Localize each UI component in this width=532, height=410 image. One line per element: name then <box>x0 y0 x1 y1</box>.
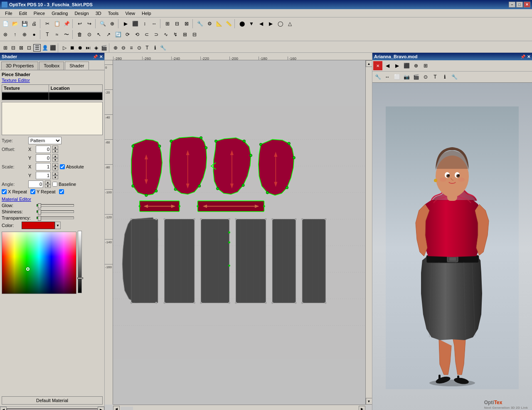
icon-tab-9[interactable]: ⏹ <box>69 44 76 52</box>
offset-x-input[interactable] <box>36 146 51 153</box>
menu-3d[interactable]: 3D <box>92 10 105 17</box>
scale-y-input[interactable] <box>36 172 51 179</box>
icon-tab-15[interactable]: ⊖ <box>120 44 127 52</box>
shininess-slider-track[interactable] <box>37 210 74 213</box>
redo-button[interactable]: ↪ <box>85 19 94 28</box>
angle-input[interactable] <box>28 180 43 188</box>
new-button[interactable]: 📄 <box>1 19 10 28</box>
icon-tab-11[interactable]: ⏭ <box>84 44 92 52</box>
close-button[interactable]: ✕ <box>524 2 530 7</box>
rt-btn-copy[interactable]: ⊕ <box>411 61 421 70</box>
icon-tab-7[interactable]: ⬛ <box>49 44 57 52</box>
tb-btn-18[interactable]: ▼ <box>247 19 256 28</box>
rt2-btn-9[interactable]: 🔧 <box>450 72 459 82</box>
hscroll-right-button[interactable]: ▶ <box>359 406 365 410</box>
undo-button[interactable]: ↩ <box>75 19 84 28</box>
color-swatch[interactable] <box>22 222 55 229</box>
save-button[interactable]: 💾 <box>20 19 29 28</box>
absolute-checkbox[interactable] <box>60 164 65 169</box>
offset-y-down[interactable]: ▼ <box>52 158 58 162</box>
menu-design[interactable]: Design <box>71 10 92 17</box>
tb2-btn-20[interactable]: ⊟ <box>190 30 199 39</box>
tb-btn-6[interactable]: ▶ <box>121 19 130 28</box>
tb-btn-12[interactable]: ⊠ <box>182 19 191 28</box>
icon-tab-1[interactable]: ⊞ <box>2 44 9 52</box>
maximize-button[interactable]: □ <box>516 2 523 7</box>
rt-btn-play[interactable]: ▶ <box>392 61 401 70</box>
tb-btn-21[interactable]: ◯ <box>276 19 285 28</box>
tb2-btn-17[interactable]: ∿ <box>161 30 170 39</box>
tb2-btn-7[interactable]: 〜 <box>62 30 71 39</box>
tb-btn-2[interactable]: 📋 <box>52 19 62 28</box>
shininess-slider-handle[interactable] <box>38 210 41 215</box>
tb2-btn-8[interactable]: 🗑 <box>75 30 84 39</box>
tb2-btn-18[interactable]: ↯ <box>171 30 180 39</box>
angle-down[interactable]: ▼ <box>45 184 51 188</box>
x-repeat-checkbox[interactable] <box>2 189 7 194</box>
tb2-btn-6[interactable]: ≈ <box>52 30 62 39</box>
rt2-btn-8[interactable]: ℹ <box>440 72 449 82</box>
tb2-btn-5[interactable]: T <box>43 30 52 39</box>
icon-tab-8[interactable]: ▷ <box>61 44 68 52</box>
menu-piece[interactable]: Piece <box>30 10 49 17</box>
color-brightness-bar[interactable] <box>78 231 82 293</box>
vertical-scrollbar[interactable]: ▲ ▼ <box>365 60 372 405</box>
rt2-btn-1[interactable]: 🔧 <box>373 72 382 82</box>
tb2-btn-10[interactable]: ↖ <box>94 30 103 39</box>
color-dropdown-button[interactable]: ▼ <box>55 222 61 229</box>
tb-btn-10[interactable]: ⊞ <box>163 19 172 28</box>
rt2-btn-2[interactable]: ↔ <box>383 72 392 82</box>
tb2-btn-13[interactable]: ⟳ <box>123 30 132 39</box>
tb2-btn-16[interactable]: ⊃ <box>152 30 161 39</box>
tb-btn-20[interactable]: ▶ <box>266 19 275 28</box>
tb-btn-19[interactable]: ◀ <box>256 19 266 28</box>
icon-tab-20[interactable]: 🔧 <box>159 44 167 52</box>
icon-tab-5[interactable]: ☰ <box>33 44 41 52</box>
baseline-checkbox[interactable] <box>52 182 57 187</box>
tb2-btn-19[interactable]: ⊞ <box>180 30 190 39</box>
tb-btn-8[interactable]: ↕ <box>140 19 149 28</box>
type-select[interactable]: Pattern Solid None <box>28 137 62 144</box>
menu-view[interactable]: View <box>122 10 138 17</box>
extra-checkbox[interactable] <box>59 189 64 194</box>
transparency-slider-handle[interactable] <box>38 216 41 221</box>
color-picker-box[interactable] <box>2 232 76 294</box>
right-panel-pin[interactable]: 📌 <box>520 54 525 59</box>
hscroll-thumb[interactable] <box>121 407 133 410</box>
tb-btn-13[interactable]: 🔧 <box>195 19 204 28</box>
menu-file[interactable]: File <box>2 10 16 17</box>
tb2-btn-11[interactable]: ↗ <box>104 30 113 39</box>
rt-btn-grid[interactable]: ⊞ <box>421 61 430 70</box>
angle-up[interactable]: ▲ <box>45 180 51 184</box>
rt-btn-stop[interactable]: ✕ <box>373 61 382 70</box>
print-button[interactable]: 🖨 <box>30 19 39 28</box>
tab-3d-properties[interactable]: 3D Properties <box>1 62 38 70</box>
icon-tab-14[interactable]: ⊕ <box>112 44 119 52</box>
menu-edit[interactable]: Edit <box>16 10 30 17</box>
tb-btn-22[interactable]: △ <box>285 19 294 28</box>
scale-y-down[interactable]: ▼ <box>52 175 58 179</box>
hscroll-left-button[interactable]: ◀ <box>113 406 120 410</box>
tab-shader[interactable]: Shader <box>65 62 89 70</box>
hscroll-left-button[interactable]: ◀ <box>0 407 7 410</box>
rt-btn-back[interactable]: ◀ <box>383 61 392 70</box>
icon-tab-12[interactable]: ◈ <box>92 44 100 52</box>
zoom-in-button[interactable]: 🔍 <box>98 19 107 28</box>
tb2-btn-4[interactable]: ● <box>30 30 39 39</box>
rt-btn-square[interactable]: ⬛ <box>402 61 411 70</box>
tb-btn-11[interactable]: ⊟ <box>172 19 182 28</box>
icon-tab-19[interactable]: ℹ <box>151 44 159 52</box>
minimize-button[interactable]: – <box>509 2 515 7</box>
icon-tab-18[interactable]: T <box>143 44 151 52</box>
icon-tab-6[interactable]: 👤 <box>41 44 49 52</box>
tb-btn-9[interactable]: ↔ <box>150 19 159 28</box>
angle-spinner[interactable]: ▲ ▼ <box>45 180 51 188</box>
hscroll-track[interactable] <box>7 408 98 410</box>
menu-grading[interactable]: Grading <box>48 10 71 17</box>
tb-btn-15[interactable]: 📐 <box>214 19 224 28</box>
offset-x-spinner[interactable]: ▲ ▼ <box>52 146 58 153</box>
material-editor-title[interactable]: Material Editor <box>2 197 103 202</box>
tb-btn-1[interactable]: ✂ <box>43 19 52 28</box>
glow-slider-track[interactable] <box>37 204 74 207</box>
tb-btn-5[interactable]: ⊕ <box>108 19 117 28</box>
